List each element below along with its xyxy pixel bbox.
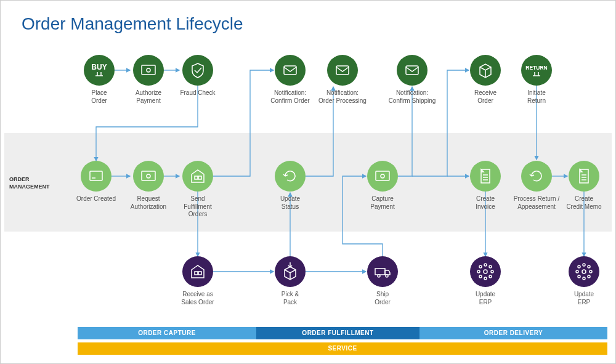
mail-icon — [327, 55, 358, 86]
svg-rect-34 — [195, 272, 198, 275]
svg-point-40 — [484, 264, 487, 266]
svg-point-27 — [381, 174, 384, 178]
node-authorize-payment: Authorize Payment — [124, 55, 173, 105]
payment-icon — [367, 161, 398, 192]
mail-icon — [397, 55, 428, 86]
node-create-credit-memo: Create Credit Memo — [559, 161, 609, 211]
node-label: Request Authorization — [124, 195, 173, 211]
svg-rect-36 — [375, 269, 385, 275]
svg-rect-18 — [406, 66, 418, 75]
svg-point-43 — [491, 270, 493, 273]
node-create-invoice: Create Invoice — [461, 161, 510, 211]
node-initiate-return: RETURN Initiate Return — [512, 55, 561, 105]
svg-rect-17 — [336, 66, 349, 75]
network-icon — [470, 256, 501, 287]
buy-icon: BUY — [84, 55, 115, 86]
node-process-return: Process Return / Appeasement — [512, 161, 561, 211]
warehouse-icon — [182, 161, 213, 192]
node-receive-order: Receive Order — [461, 55, 510, 105]
node-notif-processing: Notification: Order Processing — [318, 55, 367, 105]
svg-rect-25 — [198, 176, 201, 179]
svg-rect-35 — [198, 272, 201, 275]
node-request-auth: Request Authorization — [124, 161, 173, 211]
svg-point-23 — [147, 174, 150, 178]
node-label: Capture Payment — [358, 195, 407, 211]
node-label: Update Status — [265, 195, 315, 211]
svg-rect-20 — [90, 171, 102, 180]
node-order-created: Order Created — [71, 161, 121, 203]
node-label: Receive Order — [461, 89, 510, 105]
document-icon — [81, 161, 111, 192]
node-label: Update ERP — [461, 291, 510, 306]
node-label: Create Credit Memo — [559, 195, 609, 211]
node-ship-order: Ship Order — [358, 256, 407, 306]
svg-rect-24 — [195, 176, 198, 179]
phase-service: SERVICE — [78, 342, 607, 355]
svg-point-48 — [582, 270, 586, 273]
svg-text:RETURN: RETURN — [525, 65, 547, 71]
svg-point-46 — [479, 275, 482, 278]
node-notif-confirm-order: Notification: Confirm Order — [265, 55, 315, 105]
node-label: Update ERP — [559, 291, 609, 306]
svg-point-44 — [479, 265, 482, 268]
node-label: Ship Order — [358, 291, 407, 306]
node-receive-sales-order: Receive as Sales Order — [173, 256, 222, 306]
svg-rect-14 — [142, 65, 155, 75]
node-fraud-check: Fraud Check — [173, 55, 222, 97]
node-label: Receive as Sales Order — [173, 291, 222, 306]
page-title: Order Management Lifecycle — [22, 14, 243, 34]
svg-point-41 — [484, 277, 487, 280]
refresh-icon — [275, 161, 306, 192]
box-down-icon — [275, 256, 306, 287]
svg-point-47 — [489, 275, 492, 278]
diagram-canvas: Order Management Lifecycle ORDER MANAGEM… — [0, 0, 616, 364]
node-send-fulfillment: Send Fulfillment Orders — [173, 161, 222, 219]
node-label: Create Invoice — [461, 195, 510, 211]
svg-point-45 — [489, 265, 492, 268]
node-label: Notification: Confirm Order — [265, 89, 315, 105]
node-label: Pick & Pack — [265, 291, 315, 306]
node-label: Initiate Return — [512, 89, 561, 105]
phase-order-delivery: ORDER DELIVERY — [419, 327, 607, 339]
node-label: Send Fulfillment Orders — [173, 195, 222, 219]
svg-point-55 — [578, 275, 580, 278]
invoice-icon — [569, 161, 599, 192]
node-capture-payment: Capture Payment — [358, 161, 407, 211]
svg-rect-22 — [142, 171, 155, 180]
svg-point-38 — [386, 275, 388, 277]
node-label: Notification: Order Processing — [318, 89, 367, 105]
svg-point-42 — [477, 270, 480, 273]
svg-point-50 — [583, 277, 585, 280]
payment-icon — [133, 161, 164, 192]
node-update-erp-2: Update ERP — [559, 256, 609, 306]
invoice-icon — [470, 161, 501, 192]
package-icon — [470, 55, 501, 86]
phase-order-fulfillment: ORDER FULFILLMENT — [256, 327, 419, 339]
node-place-order: BUY Place Order — [75, 55, 124, 105]
svg-point-39 — [484, 270, 487, 273]
node-update-status: Update Status — [265, 161, 315, 211]
refresh-icon — [521, 161, 552, 192]
node-label: Authorize Payment — [124, 89, 173, 105]
node-label: Fraud Check — [173, 89, 222, 97]
node-notif-shipping: Notification: Confirm Shipping — [387, 55, 437, 105]
mail-icon — [275, 55, 306, 86]
truck-icon — [367, 256, 398, 287]
svg-point-56 — [588, 275, 590, 278]
svg-point-52 — [590, 270, 592, 273]
network-icon — [569, 256, 599, 287]
svg-point-51 — [576, 270, 578, 273]
svg-point-53 — [578, 265, 580, 268]
svg-rect-16 — [284, 66, 296, 75]
warehouse-icon — [182, 256, 213, 287]
node-update-erp-1: Update ERP — [461, 256, 510, 306]
node-label: Place Order — [75, 89, 124, 105]
svg-point-37 — [378, 275, 380, 277]
return-icon: RETURN — [521, 55, 552, 86]
node-pick-pack: Pick & Pack — [265, 256, 315, 306]
svg-text:BUY: BUY — [91, 63, 107, 71]
svg-point-49 — [583, 264, 585, 266]
svg-point-54 — [588, 265, 590, 268]
payment-icon — [133, 55, 164, 86]
svg-rect-26 — [376, 171, 389, 180]
